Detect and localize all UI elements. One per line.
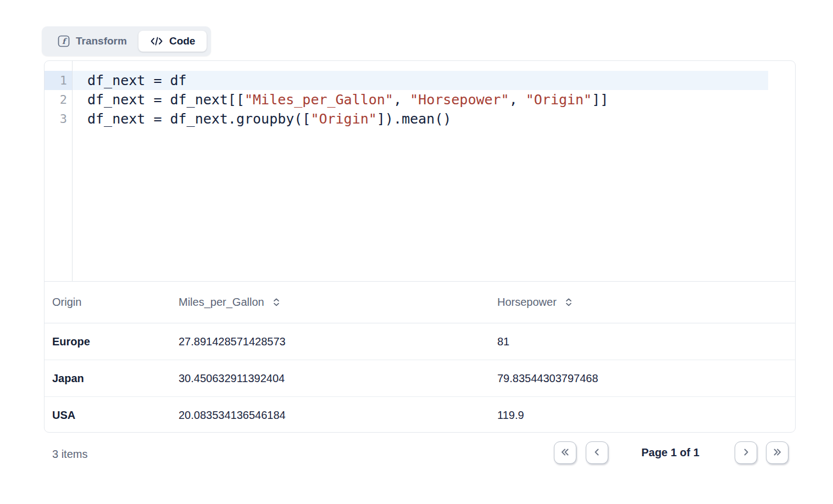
column-label: Miles_per_Gallon xyxy=(179,296,264,309)
transform-card: 123 df_next = dfdf_next = df_next[["Mile… xyxy=(44,60,796,433)
view-mode-tabs: f Transform Code xyxy=(42,26,211,56)
code-lines[interactable]: df_next = dfdf_next = df_next[["Miles_pe… xyxy=(73,61,795,281)
tab-label: Code xyxy=(169,35,196,47)
column-header-origin: Origin xyxy=(52,296,179,309)
svg-text:f: f xyxy=(62,37,68,46)
table-header: OriginMiles_per_GallonHorsepower xyxy=(45,282,795,323)
code-token: "Origin" xyxy=(526,92,592,108)
code-token: "Horsepower" xyxy=(410,92,509,108)
line-number: 1 xyxy=(45,71,72,90)
chevron-right-icon xyxy=(740,446,752,460)
code-token: df_next = df_next.groupby([ xyxy=(87,111,310,127)
table-row: Europe27.89142857142857381 xyxy=(45,323,795,360)
code-token: df_next = df_next[[ xyxy=(87,92,245,108)
code-token: "Origin" xyxy=(310,111,376,127)
code-line[interactable]: df_next = df xyxy=(73,71,768,90)
table-body: Europe27.89142857142857381Japan30.450632… xyxy=(45,323,795,433)
chevrons-right-icon xyxy=(771,446,783,460)
previous-page-button[interactable] xyxy=(586,441,608,464)
last-page-button[interactable] xyxy=(766,441,788,464)
next-page-button[interactable] xyxy=(735,441,757,464)
cell-miles_per_gallon: 30.450632911392404 xyxy=(179,372,497,385)
tab-transform[interactable]: f Transform xyxy=(46,31,138,52)
cell-horsepower: 79.83544303797468 xyxy=(497,372,795,385)
tab-label: Transform xyxy=(76,35,127,47)
code-token: ]).mean() xyxy=(377,111,451,127)
items-count: 3 items xyxy=(52,448,87,461)
cell-origin: Japan xyxy=(52,372,179,385)
cell-horsepower: 81 xyxy=(497,335,795,348)
code-line[interactable]: df_next = df_next[["Miles_per_Gallon", "… xyxy=(73,90,795,109)
results-table: OriginMiles_per_GallonHorsepower Europe2… xyxy=(45,282,795,433)
cell-horsepower: 119.9 xyxy=(497,409,795,422)
column-label: Origin xyxy=(52,296,81,309)
line-number-gutter: 123 xyxy=(45,61,73,281)
cell-origin: USA xyxy=(52,409,179,422)
page-indicator: Page 1 of 1 xyxy=(618,441,723,464)
code-token: "Miles_per_Gallon" xyxy=(245,92,393,108)
column-header-horsepower[interactable]: Horsepower xyxy=(497,296,795,309)
tab-code[interactable]: Code xyxy=(138,31,207,52)
sort-icon[interactable] xyxy=(564,297,573,307)
cell-miles_per_gallon: 20.083534136546184 xyxy=(179,409,497,422)
sort-icon[interactable] xyxy=(272,297,281,307)
cell-origin: Europe xyxy=(52,335,179,348)
code-token: ]] xyxy=(592,92,608,108)
code-token: , xyxy=(509,92,526,108)
column-label: Horsepower xyxy=(497,296,557,309)
code-line[interactable]: df_next = df_next.groupby(["Origin"]).me… xyxy=(73,109,795,128)
column-header-miles_per_gallon[interactable]: Miles_per_Gallon xyxy=(179,296,497,309)
function-icon: f xyxy=(58,35,70,47)
chevrons-left-icon xyxy=(559,446,571,460)
chevron-left-icon xyxy=(591,446,603,460)
line-number: 3 xyxy=(45,109,72,128)
code-editor[interactable]: 123 df_next = dfdf_next = df_next[["Mile… xyxy=(45,61,795,282)
cell-miles_per_gallon: 27.891428571428573 xyxy=(179,335,497,348)
table-row: Japan30.45063291139240479.83544303797468 xyxy=(45,360,795,397)
code-icon xyxy=(150,35,163,47)
table-row: USA20.083534136546184119.9 xyxy=(45,397,795,433)
first-page-button[interactable] xyxy=(554,441,576,464)
code-token: , xyxy=(393,92,410,108)
line-number: 2 xyxy=(45,90,72,109)
code-token: df_next = df xyxy=(87,72,187,88)
